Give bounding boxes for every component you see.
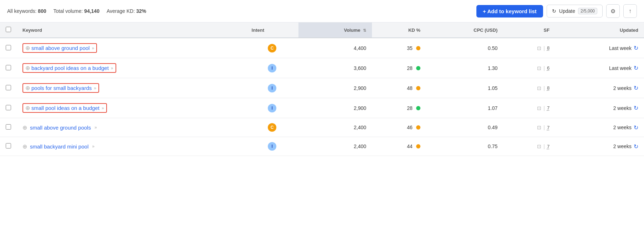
keyword-highlighted-box: ⊕ backyard pool ideas on a budget » bbox=[22, 63, 116, 73]
intent-badge: C bbox=[268, 44, 276, 52]
kd-dot bbox=[416, 86, 420, 90]
updated-value-wrap: 2 weeks ↻ bbox=[561, 105, 638, 111]
row-checkbox[interactable] bbox=[6, 124, 11, 130]
intent-badge: I bbox=[268, 84, 276, 92]
kd-dot bbox=[416, 144, 420, 148]
image-icon: ⊡ bbox=[537, 143, 541, 149]
updated-text: Last week bbox=[609, 65, 632, 71]
sf-cell: ⊡ | 7 bbox=[503, 118, 555, 137]
kd-value-wrap: 44 bbox=[378, 143, 420, 149]
header-keyword: Keyword bbox=[17, 22, 246, 38]
updated-text: Last week bbox=[609, 45, 632, 51]
row-checkbox[interactable] bbox=[6, 105, 11, 110]
row-checkbox-cell bbox=[0, 38, 17, 58]
plus-icon: ⊕ bbox=[25, 85, 30, 91]
keyword-cell: ⊕ small above ground pools » bbox=[17, 118, 246, 137]
keywords-table: Keyword Intent Volume ⇅ KD % CPC (USD) S… bbox=[0, 22, 644, 156]
kd-cell: 28 bbox=[372, 58, 426, 78]
chevron-right-icon: » bbox=[94, 125, 97, 130]
export-button[interactable]: ↑ bbox=[623, 4, 637, 18]
intent-cell: I bbox=[246, 137, 298, 156]
table-row: ⊕ pools for small backyards » I 2,900 48… bbox=[0, 78, 644, 98]
header-updated: Updated bbox=[555, 22, 644, 38]
updated-cell: Last week ↻ bbox=[555, 58, 644, 78]
sf-number: 7 bbox=[547, 125, 550, 130]
header-cpc: CPC (USD) bbox=[426, 22, 503, 38]
row-checkbox[interactable] bbox=[6, 65, 11, 70]
refresh-row-icon[interactable]: ↻ bbox=[634, 105, 638, 111]
sf-divider: | bbox=[543, 85, 545, 91]
image-icon: ⊡ bbox=[537, 65, 541, 71]
keyword-link[interactable]: small above ground pools bbox=[30, 125, 91, 131]
gear-icon: ⚙ bbox=[610, 8, 615, 15]
cpc-cell: 1.30 bbox=[426, 58, 503, 78]
kd-cell: 44 bbox=[372, 137, 426, 156]
update-label: Update bbox=[559, 8, 575, 14]
update-badge: 2/5,000 bbox=[578, 8, 597, 14]
cpc-cell: 1.05 bbox=[426, 78, 503, 98]
kd-cell: 35 bbox=[372, 38, 426, 58]
keyword-link[interactable]: backyard pool ideas on a budget bbox=[31, 65, 109, 71]
row-checkbox[interactable] bbox=[6, 45, 11, 50]
updated-cell: 2 weeks ↻ bbox=[555, 118, 644, 137]
select-all-checkbox[interactable] bbox=[6, 27, 11, 32]
header-intent: Intent bbox=[246, 22, 298, 38]
stats-section: All keywords: 800 Total volume: 94,140 A… bbox=[7, 8, 468, 14]
refresh-row-icon[interactable]: ↻ bbox=[634, 45, 638, 51]
total-volume-stat: Total volume: 94,140 bbox=[53, 8, 99, 14]
kd-value-wrap: 35 bbox=[378, 45, 420, 51]
table-row: ⊕ small backyard mini pool » I 2,400 44 … bbox=[0, 137, 644, 156]
keyword-plain-cell: ⊕ small above ground pools » bbox=[22, 124, 240, 131]
header-sf: SF bbox=[503, 22, 555, 38]
row-checkbox[interactable] bbox=[6, 143, 11, 148]
sf-cell: ⊡ | 8 bbox=[503, 38, 555, 58]
row-checkbox[interactable] bbox=[6, 85, 11, 90]
chevron-right-icon: » bbox=[111, 66, 113, 71]
plus-icon: ⊕ bbox=[25, 105, 30, 111]
cpc-cell: 1.07 bbox=[426, 98, 503, 118]
volume-cell: 3,600 bbox=[298, 58, 372, 78]
keyword-cell: ⊕ small pool ideas on a budget » bbox=[17, 98, 246, 118]
updated-value-wrap: 2 weeks ↻ bbox=[561, 85, 638, 91]
header-checkbox bbox=[0, 22, 17, 38]
update-button[interactable]: ↻ Update 2/5,000 bbox=[547, 5, 603, 17]
sf-divider: | bbox=[543, 45, 545, 51]
row-checkbox-cell bbox=[0, 78, 17, 98]
table-row: ⊕ backyard pool ideas on a budget » I 3,… bbox=[0, 58, 644, 78]
kd-cell: 28 bbox=[372, 98, 426, 118]
volume-cell: 2,400 bbox=[298, 137, 372, 156]
keyword-link[interactable]: small backyard mini pool bbox=[30, 143, 88, 150]
table-row: ⊕ small above ground pools » C 2,400 46 … bbox=[0, 118, 644, 137]
settings-button[interactable]: ⚙ bbox=[606, 4, 620, 18]
updated-text: 2 weeks bbox=[613, 125, 632, 130]
keyword-link[interactable]: small above ground pool bbox=[31, 45, 90, 51]
intent-badge: C bbox=[268, 123, 276, 132]
keyword-link[interactable]: pools for small backyards bbox=[31, 85, 92, 91]
sf-value-wrap: ⊡ | 8 bbox=[509, 45, 550, 51]
sf-cell: ⊡ | 7 bbox=[503, 98, 555, 118]
refresh-row-icon[interactable]: ↻ bbox=[634, 143, 638, 150]
updated-value-wrap: 2 weeks ↻ bbox=[561, 143, 638, 150]
add-to-keyword-list-button[interactable]: + Add to keyword list bbox=[476, 5, 543, 17]
volume-cell: 4,400 bbox=[298, 38, 372, 58]
refresh-row-icon[interactable]: ↻ bbox=[634, 124, 638, 131]
sf-value-wrap: ⊡ | 7 bbox=[509, 105, 550, 111]
keywords-table-wrap: Keyword Intent Volume ⇅ KD % CPC (USD) S… bbox=[0, 22, 644, 156]
row-checkbox-cell bbox=[0, 137, 17, 156]
refresh-row-icon[interactable]: ↻ bbox=[634, 85, 638, 91]
refresh-row-icon[interactable]: ↻ bbox=[634, 65, 638, 71]
sf-value-wrap: ⊡ | 8 bbox=[509, 85, 550, 91]
updated-text: 2 weeks bbox=[613, 105, 632, 111]
header-volume[interactable]: Volume ⇅ bbox=[298, 22, 372, 38]
table-row: ⊕ small pool ideas on a budget » I 2,900… bbox=[0, 98, 644, 118]
plus-icon: ⊕ bbox=[25, 45, 30, 51]
updated-cell: Last week ↻ bbox=[555, 38, 644, 58]
intent-badge: I bbox=[268, 64, 276, 72]
keyword-highlighted-box: ⊕ small above ground pool » bbox=[22, 43, 97, 53]
avg-kd-stat: Average KD: 32% bbox=[107, 8, 146, 14]
keyword-cell: ⊕ small backyard mini pool » bbox=[17, 137, 246, 156]
keyword-link[interactable]: small pool ideas on a budget bbox=[31, 105, 99, 111]
table-row: ⊕ small above ground pool » C 4,400 35 0… bbox=[0, 38, 644, 58]
updated-text: 2 weeks bbox=[613, 143, 632, 149]
image-icon: ⊡ bbox=[537, 105, 541, 111]
